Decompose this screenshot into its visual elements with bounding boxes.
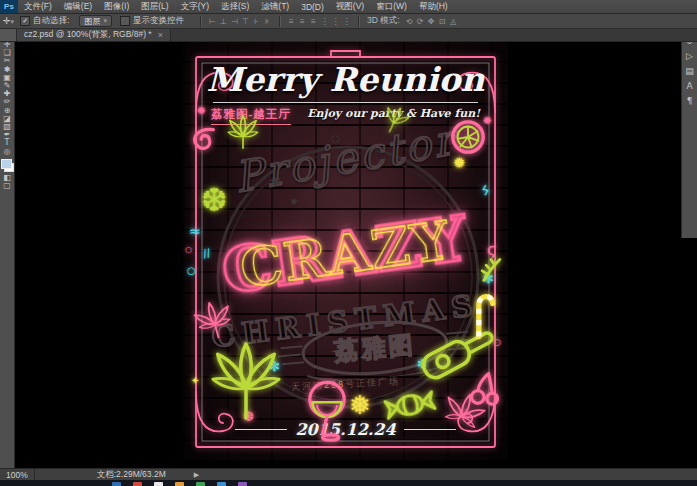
align-icon-2[interactable]: ⊥: [218, 17, 229, 26]
3d-mode-icon-2[interactable]: ⟳: [415, 17, 426, 26]
distribute-icon-6[interactable]: ⋮: [341, 17, 352, 26]
taskbar-sliver: [0, 480, 697, 486]
menu-list: 文件(F)编辑(E)图像(I)图层(L)文字(Y)选择(S)滤镜(T)3D(D)…: [18, 1, 454, 13]
3d-mode-label: 3D 模式:: [367, 15, 400, 27]
taskbar-icon-7[interactable]: [238, 482, 247, 486]
menu-item-5[interactable]: 文字(Y): [175, 1, 215, 13]
tool-preset-caret-icon: ▾: [11, 18, 15, 25]
date-line-left: [235, 429, 287, 430]
align-icon-6[interactable]: ⊧: [262, 17, 273, 26]
photoshop-logo: Ps: [0, 0, 18, 13]
neon-sprig-green-icon: [479, 256, 503, 284]
menu-item-11[interactable]: 帮助(H): [413, 1, 454, 13]
auto-select-target-dropdown[interactable]: 图层 ▾: [79, 15, 112, 27]
menu-item-8[interactable]: 3D(D): [295, 2, 330, 12]
layers-panel-icon[interactable]: ▤: [685, 64, 694, 79]
burst-yellow-right: ✹: [453, 156, 466, 171]
move-tool-options-icon: ✛: [3, 16, 11, 26]
neon-swirl-pink-icon: [189, 126, 217, 154]
menu-item-10[interactable]: 窗口(W): [370, 1, 413, 13]
options-divider: [358, 16, 359, 27]
menu-bar: Ps 文件(F)编辑(E)图像(I)图层(L)文字(Y)选择(S)滤镜(T)3D…: [0, 0, 697, 14]
toolbar-extras: ◧▢: [3, 174, 11, 190]
taskbar-icon-3[interactable]: [154, 482, 163, 486]
align-icon-3[interactable]: ⊣: [229, 17, 240, 26]
distribute-icon-4[interactable]: ⋮: [319, 17, 330, 26]
distribute-icon-2[interactable]: ≡: [297, 17, 308, 26]
align-icons: ⊢⊥⊣⊤⊦⊧: [207, 17, 273, 26]
tool-bar: ✛❏✂✱▣✎✚✏⊕◪▧✒T◎ ◧▢: [0, 41, 15, 468]
poster-title: Merry Reunion: [183, 60, 508, 99]
menu-item-1[interactable]: 文件(F): [18, 1, 58, 13]
menu-item-4[interactable]: 图层(L): [135, 1, 174, 13]
document-tab-bar: cz2.psd @ 100%(背景, RGB/8#) * ×: [0, 28, 697, 42]
auto-select-target-value: 图层: [84, 16, 100, 27]
taskbar-icon-1[interactable]: [112, 482, 121, 486]
status-caret-icon[interactable]: ▶: [194, 471, 199, 479]
dropdown-caret-icon: ▾: [103, 17, 107, 25]
auto-select-option[interactable]: ✓ 自动选择:: [20, 15, 73, 27]
neon-leaf-green-large-icon: [203, 336, 289, 422]
taskbar-icon-4[interactable]: [175, 482, 184, 486]
align-icon-4[interactable]: ⊤: [240, 17, 251, 26]
menu-item-7[interactable]: 滤镜(T): [255, 1, 295, 13]
neon-lime-wedge-icon: [449, 118, 487, 156]
circle-pink-left: ○: [185, 246, 192, 254]
show-transform-checkbox[interactable]: [120, 16, 130, 26]
paragraph-panel-icon[interactable]: ¶: [687, 94, 693, 109]
3d-mode-icon-1[interactable]: ⟲: [404, 17, 415, 26]
options-divider: [200, 16, 201, 27]
taskbar-icon-5[interactable]: [196, 482, 205, 486]
distribute-icons: ≡≡≡⋮⋮⋮: [286, 17, 352, 26]
title-underline: [213, 102, 478, 103]
3d-mode-icons: ⟲⟳✥⊡◬: [404, 17, 459, 26]
auto-select-checkbox[interactable]: ✓: [20, 16, 30, 26]
character-panel-icon[interactable]: A: [686, 79, 692, 94]
sparkle-pink-left: ✺: [197, 106, 205, 116]
show-transform-label: 显示变换控件: [133, 15, 184, 27]
zoom-tool-icon[interactable]: ◎: [4, 148, 11, 156]
distribute-icon-3[interactable]: ≡: [308, 17, 319, 26]
taskbar-icon-2[interactable]: [133, 482, 142, 486]
color-swatches[interactable]: [1, 159, 14, 172]
snowflake-chartreuse: ❆: [201, 184, 228, 216]
taskbar-icon-6[interactable]: [217, 482, 226, 486]
star-dark-2: ★: [288, 195, 300, 208]
distribute-icon-1[interactable]: ≡: [286, 17, 297, 26]
distribute-icon-5[interactable]: ⋮: [330, 17, 341, 26]
screen-mode-icon[interactable]: ▢: [3, 182, 11, 190]
auto-select-label: 自动选择:: [33, 15, 69, 27]
tab-close-icon[interactable]: ×: [158, 30, 163, 40]
circle-dark: ○: [331, 134, 340, 144]
neon-leaf-green-small-icon: [223, 112, 263, 152]
foreground-color-swatch[interactable]: [1, 159, 12, 169]
poster-document: Merry Reunion 荔雅图-越王厅 Enjoy our party & …: [183, 42, 508, 462]
photoshop-window: Ps 文件(F)编辑(E)图像(I)图层(L)文字(Y)选择(S)滤镜(T)3D…: [0, 0, 697, 486]
3d-mode-icon-5[interactable]: ◬: [448, 17, 459, 26]
neon-wine-glass-icon: [299, 376, 355, 452]
star-yellow-bottom-left: ✦: [191, 376, 199, 386]
tool-preset-icon[interactable]: ✛▾: [3, 16, 14, 26]
show-transform-option[interactable]: 显示变换控件: [120, 15, 188, 27]
toolbar-header-block: [0, 28, 17, 41]
menu-item-3[interactable]: 图像(I): [98, 1, 135, 13]
align-icon-5[interactable]: ⊦: [251, 17, 262, 26]
actions-panel-icon[interactable]: ▷: [686, 49, 693, 64]
menu-item-9[interactable]: 视图(V): [330, 1, 370, 13]
neon-cherries-pink-icon: [467, 368, 503, 408]
3d-mode-icon-4[interactable]: ⊡: [437, 17, 448, 26]
tool-strip: ✛❏✂✱▣✎✚✏⊕◪▧✒T◎: [3, 41, 11, 156]
neon-candy-cane-icon: [471, 288, 497, 340]
document-tab-title: cz2.psd @ 100%(背景, RGB/8#) *: [24, 29, 152, 41]
3d-mode-icon-3[interactable]: ✥: [426, 17, 437, 26]
options-bar: ✛▾ ✓ 自动选择: 图层 ▾ 显示变换控件 ⊢⊥⊣⊤⊦⊧ ≡≡≡⋮⋮⋮ 3D …: [0, 14, 697, 29]
panel-dock: ↺▷▤A¶: [681, 28, 697, 238]
circle-cyan-left: ○: [187, 266, 196, 276]
document-tab[interactable]: cz2.psd @ 100%(背景, RGB/8#) * ×: [17, 28, 171, 41]
align-icon-1[interactable]: ⊢: [207, 17, 218, 26]
options-divider: [279, 16, 280, 27]
menu-item-6[interactable]: 选择(S): [215, 1, 255, 13]
wave-cyan-left: ≈: [189, 224, 201, 238]
menu-item-2[interactable]: 编辑(E): [58, 1, 98, 13]
